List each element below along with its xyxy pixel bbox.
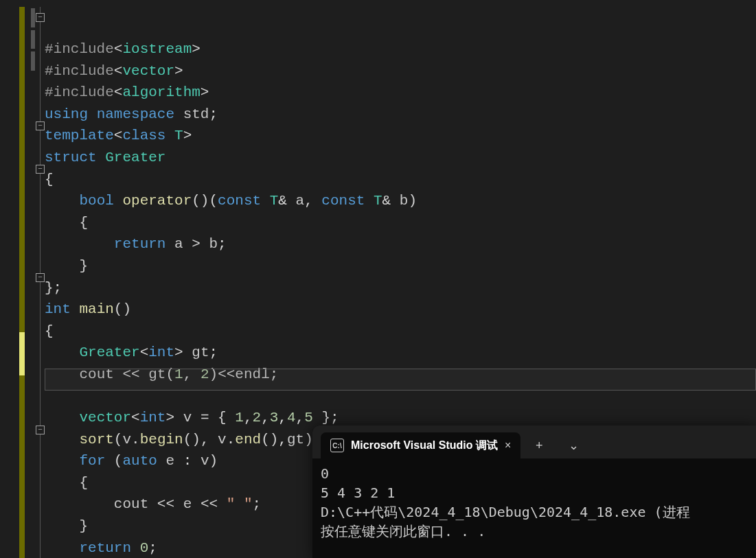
- code-line[interactable]: {: [45, 169, 756, 191]
- token-type: T: [270, 193, 279, 209]
- fold-toggle[interactable]: −: [36, 13, 45, 22]
- token-str: " ": [227, 496, 253, 512]
- code-line[interactable]: #include<vector>: [45, 60, 756, 82]
- fold-toggle[interactable]: −: [36, 426, 45, 434]
- token-punct: {: [79, 215, 88, 231]
- code-line[interactable]: struct Greater: [45, 147, 756, 169]
- token-pp: #include: [45, 41, 114, 57]
- terminal-icon: C:\: [330, 439, 344, 452]
- new-tab-button[interactable]: +: [523, 432, 555, 458]
- token-num: 3: [270, 410, 279, 426]
- code-line[interactable]: return a > b;: [45, 233, 756, 255]
- code-line[interactable]: };: [45, 277, 756, 299]
- terminal-output[interactable]: 0 5 4 3 2 1 D:\C++代码\2024_4_18\Debug\202…: [312, 458, 756, 546]
- token-type: vector: [79, 410, 131, 426]
- token-pp: #include: [45, 84, 114, 100]
- gutter-row: [0, 224, 45, 246]
- token-ident: b: [400, 193, 409, 209]
- modified-indicator: [31, 8, 35, 27]
- code-line[interactable]: Greater<int> gt;: [45, 342, 756, 364]
- token-punct: <<: [148, 496, 183, 512]
- token-punct: {: [79, 475, 88, 491]
- code-line[interactable]: #include<iostream>: [45, 38, 756, 60]
- token-kw: template: [45, 128, 114, 143]
- token-punct: (): [114, 301, 131, 317]
- token-angle: >: [192, 41, 201, 57]
- code-line[interactable]: {: [45, 321, 756, 342]
- gutter-row: −: [0, 419, 45, 441]
- token-type: iostream: [122, 41, 192, 57]
- terminal-titlebar[interactable]: C:\ Microsoft Visual Studio 调试 × + ⌄: [312, 426, 756, 458]
- debug-console-window[interactable]: C:\ Microsoft Visual Studio 调试 × + ⌄ 0 5…: [312, 426, 756, 558]
- gutter-row: [0, 50, 45, 72]
- token-punct: ): [209, 453, 218, 469]
- token-punct: ,: [296, 410, 305, 426]
- token-punct: ()(: [192, 193, 218, 209]
- token-punct: .: [227, 432, 236, 447]
- token-punct: }: [79, 258, 88, 274]
- token-kw: int: [140, 410, 166, 426]
- gutter-row: [0, 506, 45, 528]
- token-punct: {: [45, 172, 54, 187]
- fold-toggle[interactable]: −: [36, 121, 45, 130]
- token-func: end: [235, 432, 261, 447]
- code-line[interactable]: [45, 386, 756, 408]
- token-type: algorithm: [122, 84, 200, 100]
- token-punct: >: [183, 236, 209, 252]
- code-line[interactable]: {: [45, 212, 756, 234]
- code-line[interactable]: template<class T>: [45, 125, 756, 147]
- fold-toggle[interactable]: −: [36, 165, 45, 174]
- gutter-row: [0, 310, 45, 332]
- token-kw: const: [321, 193, 374, 209]
- code-line[interactable]: int main(): [45, 299, 756, 321]
- token-ident: gt: [287, 432, 304, 447]
- token-kw: class: [122, 128, 174, 143]
- modified-indicator: [31, 30, 35, 49]
- token-kw: namespace: [97, 106, 183, 122]
- token-punct: &: [382, 193, 400, 209]
- gutter-row: [0, 375, 45, 397]
- token-angle: <: [140, 345, 149, 360]
- modified-indicator: [31, 51, 35, 71]
- token-ident: b: [209, 236, 218, 252]
- fold-toggle[interactable]: −: [36, 273, 45, 282]
- token-punct: ,: [278, 410, 287, 426]
- code-line[interactable]: }: [45, 255, 756, 277]
- token-punct: &: [278, 193, 295, 209]
- token-punct: ,: [261, 410, 270, 426]
- gutter-row: [0, 29, 45, 51]
- token-angle: >: [165, 410, 183, 426]
- token-ident: v: [201, 453, 209, 469]
- token-type: Greater: [79, 345, 139, 360]
- code-line[interactable]: cout << gt(1, 2)<<endl;: [45, 364, 756, 386]
- gutter-row: [0, 484, 45, 506]
- terminal-tab[interactable]: C:\ Microsoft Visual Studio 调试 ×: [321, 432, 520, 458]
- token-type: T: [374, 193, 382, 209]
- gutter-row: [0, 246, 45, 268]
- token-punct: {: [45, 323, 54, 339]
- token-ident: a: [296, 193, 305, 209]
- tab-dropdown-button[interactable]: ⌄: [558, 432, 589, 458]
- token-punct: ;: [148, 540, 157, 556]
- token-punct: ;: [209, 106, 218, 122]
- token-kw: int: [45, 301, 79, 317]
- token-func: main: [79, 301, 113, 317]
- gutter-row: −: [0, 115, 45, 137]
- code-line[interactable]: #include<algorithm>: [45, 82, 756, 104]
- token-punct: (: [165, 367, 174, 382]
- token-punct: <<: [192, 496, 226, 512]
- token-punct: (),: [183, 432, 218, 447]
- token-punct: ;: [209, 345, 218, 360]
- token-func: sort: [79, 432, 113, 447]
- token-angle: >: [174, 345, 192, 360]
- token-ident: gt: [148, 367, 165, 382]
- token-kw: return: [79, 540, 139, 556]
- token-num: 0: [140, 540, 149, 556]
- token-punct: ,: [183, 367, 201, 382]
- code-line[interactable]: bool operator()(const T& a, const T& b): [45, 190, 756, 212]
- token-ident: v: [218, 432, 227, 447]
- close-tab-icon[interactable]: ×: [505, 439, 511, 452]
- unsaved-change-marker: [19, 354, 25, 376]
- token-ident: e: [165, 453, 174, 469]
- code-line[interactable]: using namespace std;: [45, 104, 756, 126]
